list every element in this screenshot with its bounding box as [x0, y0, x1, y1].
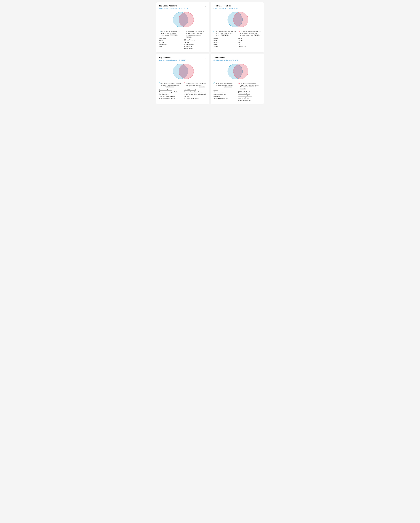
list-item: @kevinrose	[159, 37, 182, 39]
list-link[interactable]: @kevinrose	[159, 37, 166, 39]
list-link[interactable]: athlete	[238, 37, 242, 39]
legend-description: Top social accounts followed by 4,344 ac…	[161, 31, 182, 36]
list-item: strength	[238, 39, 261, 41]
list-link[interactable]: gym	[238, 43, 241, 45]
more-icon[interactable]: ⋮	[259, 5, 261, 7]
legend-circle-pink	[184, 82, 185, 84]
list-link[interactable]: Box Talk	[184, 95, 189, 97]
legend-description: Top podcasts listened to by 4,344 accoun…	[161, 82, 182, 88]
card-header: Top Social Accounts⋮	[159, 5, 206, 7]
list-link[interactable]: Monday Morning Podcast	[159, 97, 175, 99]
list-link[interactable]: @IcelandAnnie	[184, 48, 193, 49]
legend-col-right: Top websites shared/visited by 48,105 ac…	[238, 82, 261, 101]
legend-circle-blue	[214, 31, 215, 32]
filter-tag[interactable]: crossfit	[199, 86, 205, 88]
list-link[interactable]: speaker	[214, 37, 219, 39]
list-link[interactable]: @jockowillink	[159, 43, 167, 45]
filter-tag[interactable]: Tim Ferriss	[166, 86, 174, 88]
legend-row: Top websites shared/visited by 4,339 acc…	[214, 82, 261, 101]
legend-header: Top websites shared/visited by 48,105 ac…	[238, 82, 261, 90]
list-item: gym	[238, 43, 261, 45]
legend-header: Top social accounts followed by 48,241 a…	[184, 31, 206, 38]
list-link[interactable]: This Week in Startups - Audio	[159, 91, 178, 93]
list-link[interactable]: breakingmuscle.com	[238, 99, 251, 101]
list-link[interactable]: conditioning	[238, 46, 246, 47]
list-link[interactable]: OPEX Podcast - Fitness Explained	[184, 93, 206, 95]
list-item: fourhourworkweek.com	[214, 97, 236, 99]
venn-diagram	[159, 11, 206, 28]
filter-tag[interactable]: Tim Ferriss	[224, 86, 232, 88]
list-link[interactable]: The USA Weightlifting Podcast	[184, 91, 203, 93]
card-header: Top Phrases in Bios⋮	[214, 5, 261, 7]
link-list: games.crossfit.comjournal.crossfit.comww…	[238, 91, 261, 101]
link-list: athletestrengthlevelgymconditioning	[238, 37, 261, 47]
list-link[interactable]: marketer	[214, 41, 219, 43]
card-title: Top Websites	[214, 57, 225, 59]
list-item: tim.blog	[214, 89, 236, 91]
more-icon[interactable]: ⋮	[259, 57, 261, 58]
legend-col-left: Top podcasts listened to by 4,344 accoun…	[159, 82, 182, 99]
legend-circle-pink	[184, 31, 185, 32]
list-link[interactable]: @CrossFitGames	[184, 39, 195, 41]
list-link[interactable]: tim.blog	[214, 89, 219, 91]
list-link[interactable]: All CNET Audio Podcasts	[159, 95, 175, 97]
card-phrases-bios: Top Phrases in Bios⋮6,683 shared bio phr…	[211, 2, 264, 52]
list-link[interactable]: @sacca	[159, 41, 164, 43]
filter-tag[interactable]: crossfit	[186, 36, 192, 38]
legend-col-left: Top websites shared/visited by 4,339 acc…	[214, 82, 236, 101]
list-item: marketer	[214, 41, 236, 43]
list-item: @naval	[159, 39, 182, 41]
list-item: investor	[214, 43, 236, 45]
list-link[interactable]: podcasts.apple.com	[214, 93, 226, 95]
list-item: product	[214, 39, 236, 41]
list-link[interactable]: @ramit	[159, 46, 164, 47]
list-link[interactable]: product	[214, 39, 218, 41]
legend-col-right: Top phrases used in bios by 48,241 accou…	[238, 31, 261, 48]
list-link[interactable]: @CrossFit	[184, 41, 190, 43]
filter-tag[interactable]: Tim Ferriss	[170, 34, 178, 36]
list-link[interactable]: @richfroning	[184, 45, 192, 47]
list-item: @ramit	[159, 46, 182, 47]
list-link[interactable]: www.crossfit.com	[238, 97, 249, 99]
list-link[interactable]: journal.crossfit.com	[238, 93, 250, 95]
filter-tag[interactable]: Tim Ferriss	[221, 34, 229, 36]
list-link[interactable]: www.menshealth.com	[238, 95, 252, 97]
more-icon[interactable]: ⋮	[204, 57, 206, 58]
list-item: All CNET Audio Podcasts	[159, 95, 182, 97]
legend-header: Top podcasts listened to by 48,241 accou…	[184, 82, 206, 88]
list-link[interactable]: Revolution Health Radio	[184, 97, 199, 99]
list-item: This Week in Startups - Audio	[159, 91, 182, 93]
list-item: podcasts.apple.com	[214, 93, 236, 95]
list-item: Exponential Wisdom	[159, 89, 182, 91]
more-icon[interactable]: ⋮	[204, 5, 206, 7]
legend-row: Top podcasts listened to by 4,344 accoun…	[159, 82, 206, 99]
list-item: @CrossFit	[184, 41, 206, 43]
list-item: @CrossFitGames	[184, 39, 206, 41]
venn-diagram	[214, 11, 261, 28]
list-link[interactable]: games.crossfit.com	[238, 91, 250, 93]
card-social-accounts: Top Social Accounts⋮64,957 shared social…	[156, 2, 209, 52]
legend-header: Top phrases used in bios by 48,241 accou…	[238, 31, 261, 36]
list-item: traveler	[214, 46, 236, 47]
filter-tag[interactable]: crossfit	[254, 34, 260, 36]
list-link[interactable]: strength	[238, 39, 243, 41]
list-link[interactable]: The Daily Stoic	[159, 93, 168, 95]
link-list: @kevinrose@naval@sacca@jockowillink@rami…	[159, 37, 182, 47]
filter-tag[interactable]: crossfit	[240, 88, 246, 90]
list-link[interactable]: Let's WOD About It	[184, 89, 196, 91]
list-link[interactable]: seths.blog	[214, 95, 220, 97]
link-list: Let's WOD About ItThe USA Weightlifting …	[184, 89, 206, 99]
list-link[interactable]: investor	[214, 43, 219, 45]
list-link[interactable]: @RogueFitness	[184, 43, 194, 45]
list-link[interactable]: stacksocial.com	[214, 91, 224, 93]
list-link[interactable]: Exponential Wisdom	[159, 89, 172, 91]
list-item: OPEX Podcast - Fitness Explained	[184, 93, 206, 95]
list-link[interactable]: fourhourworkweek.com	[214, 97, 228, 99]
list-link[interactable]: level	[238, 41, 241, 43]
list-link[interactable]: @naval	[159, 39, 164, 41]
link-list: tim.blogstacksocial.compodcasts.apple.co…	[214, 89, 236, 99]
card-title: Top Phrases in Bios	[214, 5, 231, 7]
list-item: level	[238, 41, 261, 43]
list-item: seths.blog	[214, 95, 236, 97]
list-link[interactable]: traveler	[214, 46, 218, 47]
